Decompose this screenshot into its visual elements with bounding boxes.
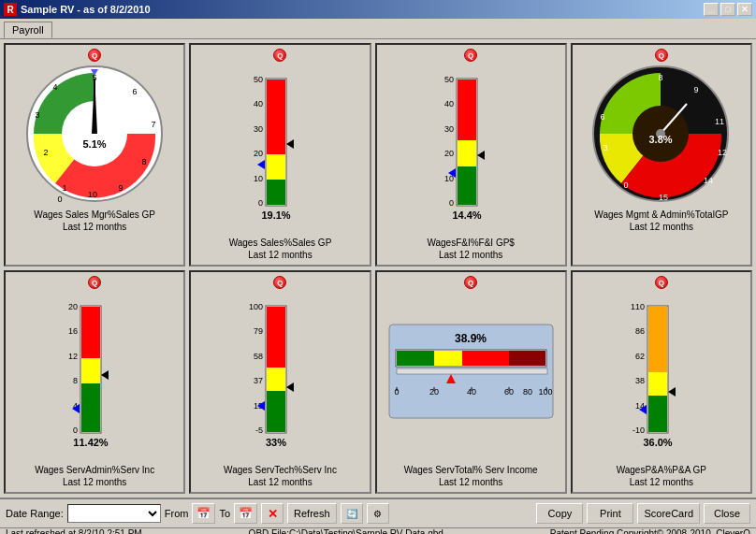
svg-rect-88 bbox=[397, 351, 434, 366]
date-range-label: Date Range: bbox=[6, 508, 64, 519]
date-range-select[interactable] bbox=[67, 504, 161, 523]
print-button[interactable]: Print bbox=[587, 503, 633, 524]
bottom-controls: Date Range: From 📅 To 📅 ✕ Refresh 🔄 ⚙ Co… bbox=[0, 499, 756, 527]
svg-text:20: 20 bbox=[68, 302, 78, 311]
bar-wages-serv-admin: 20 16 12 8 4 0 11.42% bbox=[57, 298, 132, 453]
svg-text:20: 20 bbox=[444, 149, 454, 158]
gauge-title-7: Wages ServTotal% Serv Income Last 12 mon… bbox=[404, 464, 538, 488]
svg-rect-39 bbox=[458, 79, 476, 140]
svg-rect-67 bbox=[81, 358, 100, 383]
close-window-button[interactable]: ✕ bbox=[737, 3, 752, 16]
svg-text:10: 10 bbox=[88, 190, 97, 199]
svg-text:30: 30 bbox=[254, 124, 263, 134]
svg-rect-90 bbox=[462, 351, 509, 366]
svg-text:10: 10 bbox=[254, 174, 263, 183]
to-label: To bbox=[219, 508, 230, 519]
svg-text:16: 16 bbox=[68, 326, 78, 336]
svg-rect-81 bbox=[267, 391, 285, 432]
svg-rect-80 bbox=[267, 368, 285, 391]
from-calendar-button[interactable]: 📅 bbox=[192, 503, 215, 524]
svg-text:0: 0 bbox=[57, 195, 62, 204]
svg-text:100: 100 bbox=[538, 387, 552, 397]
gauge-title-8: WagesP&A%P&A GP Last 12 months bbox=[617, 464, 706, 488]
svg-text:58: 58 bbox=[254, 352, 263, 361]
settings-button[interactable]: ⚙ bbox=[367, 503, 389, 524]
svg-text:11: 11 bbox=[715, 117, 724, 126]
svg-text:0: 0 bbox=[258, 198, 263, 208]
gauge-icon-5[interactable] bbox=[88, 276, 101, 289]
title-bar: R Sample RV - as of 8/2/2010 _ □ ✕ bbox=[0, 0, 756, 19]
bar-wages-fi: 50 40 30 20 10 0 14.4% bbox=[433, 71, 508, 225]
svg-rect-66 bbox=[81, 307, 100, 358]
gauge-wages-mgmt: 8 9 11 12 14 15 6 3 0 3.8% Wages Mgmt & … bbox=[571, 43, 752, 267]
bottom-bar: Date Range: From 📅 To 📅 ✕ Refresh 🔄 ⚙ Co… bbox=[0, 498, 756, 534]
gauge-title-1: Wages Sales Mgr%Sales GP Last 12 months bbox=[34, 209, 155, 233]
svg-text:8: 8 bbox=[659, 73, 663, 82]
svg-rect-27 bbox=[267, 154, 285, 180]
svg-text:3.8%: 3.8% bbox=[649, 134, 673, 145]
svg-text:86: 86 bbox=[635, 326, 645, 336]
minimize-button[interactable]: _ bbox=[704, 3, 719, 16]
gauge-title-3: WagesF&I%F&I GP$ Last 12 months bbox=[427, 237, 515, 261]
svg-text:6: 6 bbox=[601, 112, 605, 122]
svg-text:15: 15 bbox=[659, 193, 668, 202]
menu-bar: Payroll bbox=[0, 19, 756, 39]
gauge-title-2: Wages Sales%Sales GP Last 12 months bbox=[229, 237, 332, 261]
svg-rect-91 bbox=[509, 351, 545, 366]
svg-text:4: 4 bbox=[52, 82, 57, 92]
svg-text:9: 9 bbox=[694, 85, 699, 94]
refresh-button[interactable]: Refresh bbox=[287, 503, 337, 524]
gauge-icon-4[interactable] bbox=[655, 49, 668, 62]
gauge-icon-6[interactable] bbox=[273, 276, 286, 289]
svg-rect-113 bbox=[648, 372, 667, 396]
file-path: QBD File:C:\Data\Testing\Sample RV Data.… bbox=[249, 528, 443, 534]
gauge-icon-8[interactable] bbox=[655, 276, 668, 289]
bar-wages-sales: 50 40 30 20 10 0 19.1% bbox=[242, 71, 317, 225]
gauge-wages-serv-tech: 100 79 58 37 15 -5 33% Wages S bbox=[189, 270, 371, 494]
gauge-title-4: Wages Mgmt & Admin%TotalGP Last 12 month… bbox=[594, 209, 728, 233]
svg-rect-79 bbox=[267, 307, 285, 368]
svg-rect-26 bbox=[267, 79, 285, 154]
svg-marker-43 bbox=[477, 151, 485, 160]
gauge-icon-2[interactable] bbox=[273, 49, 286, 62]
svg-text:62: 62 bbox=[635, 352, 645, 361]
svg-text:14: 14 bbox=[704, 176, 713, 185]
to-calendar-button[interactable]: 📅 bbox=[234, 503, 257, 524]
copy-button[interactable]: Copy bbox=[536, 503, 583, 524]
payroll-tab[interactable]: Payroll bbox=[4, 22, 52, 38]
svg-text:40: 40 bbox=[444, 99, 454, 108]
gauge-wages-serv-total: 38.9% 0 20 40 60 80 bbox=[375, 270, 567, 494]
svg-text:2: 2 bbox=[43, 148, 48, 157]
svg-text:30: 30 bbox=[444, 124, 454, 134]
gauge-wages-pa: 110 86 62 38 14 -10 36.0% Wage bbox=[571, 270, 752, 494]
svg-text:20: 20 bbox=[254, 149, 263, 158]
clear-button[interactable]: ✕ bbox=[261, 503, 284, 524]
maximize-button[interactable]: □ bbox=[720, 3, 735, 16]
gauge-wages-sales-mgr: 5 6 7 8 9 10 3 2 1 0 4 5.1% Wages Sales … bbox=[4, 43, 185, 267]
dial-wages-sales-mgr: 5 6 7 8 9 10 3 2 1 0 4 5.1% bbox=[22, 62, 167, 207]
gauge-wages-serv-admin: 20 16 12 8 4 0 11.42% Wages Se bbox=[4, 270, 185, 494]
gauge-icon-1[interactable] bbox=[88, 49, 101, 62]
svg-text:50: 50 bbox=[254, 75, 263, 84]
title-bar-buttons[interactable]: _ □ ✕ bbox=[704, 3, 752, 16]
horiz-bar-wages-serv-total: 38.9% 0 20 40 60 80 bbox=[385, 320, 558, 432]
dial-wages-mgmt: 8 9 11 12 14 15 6 3 0 3.8% bbox=[589, 62, 734, 207]
gauge-icon-7[interactable] bbox=[464, 276, 477, 289]
refresh-icon-button[interactable]: 🔄 bbox=[341, 503, 363, 524]
svg-text:12: 12 bbox=[718, 148, 727, 157]
svg-text:0: 0 bbox=[624, 180, 629, 190]
svg-marker-70 bbox=[101, 370, 109, 380]
svg-rect-112 bbox=[648, 307, 667, 372]
svg-text:3: 3 bbox=[603, 143, 608, 152]
svg-marker-116 bbox=[668, 387, 676, 397]
close-button[interactable]: Close bbox=[704, 503, 750, 524]
main-content: 5 6 7 8 9 10 3 2 1 0 4 5.1% Wages Sales … bbox=[0, 39, 756, 498]
svg-marker-83 bbox=[286, 382, 294, 392]
svg-text:12: 12 bbox=[68, 352, 78, 361]
svg-rect-41 bbox=[458, 166, 476, 205]
svg-text:-10: -10 bbox=[632, 426, 645, 435]
title-bar-text: Sample RV - as of 8/2/2010 bbox=[21, 4, 151, 15]
gauge-icon-3[interactable] bbox=[464, 49, 477, 62]
scorecard-button[interactable]: ScoreCard bbox=[637, 503, 700, 524]
bar-wages-serv-tech: 100 79 58 37 15 -5 33% bbox=[242, 298, 317, 453]
